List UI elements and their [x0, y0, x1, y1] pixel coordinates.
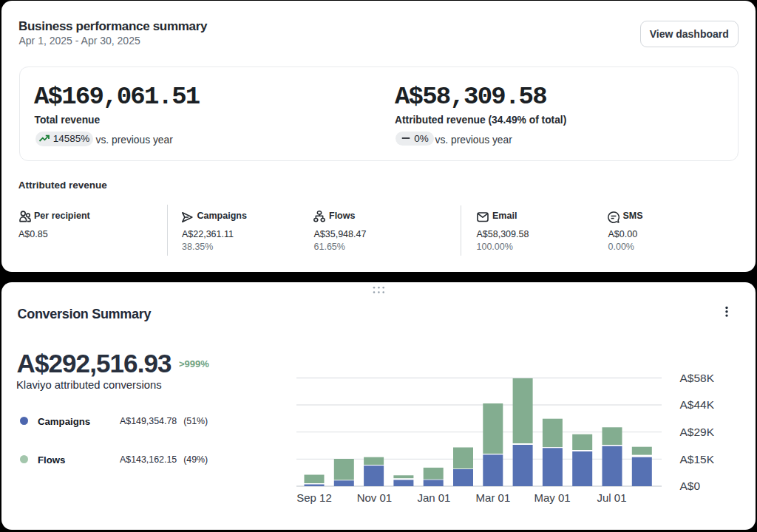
svg-text:Jan 01: Jan 01 [417, 491, 450, 504]
svg-text:A$15K: A$15K [680, 453, 715, 466]
svg-text:A$0: A$0 [680, 480, 701, 492]
svg-text:A$29K: A$29K [680, 426, 715, 438]
svg-text:A$44K: A$44K [680, 398, 715, 411]
svg-text:Nov 01: Nov 01 [357, 491, 393, 504]
svg-text:May 01: May 01 [534, 491, 570, 504]
svg-text:Mar 01: Mar 01 [476, 491, 511, 504]
svg-text:Sep 12: Sep 12 [296, 491, 332, 504]
svg-text:A$58K: A$58K [680, 372, 715, 384]
svg-text:Jul 01: Jul 01 [597, 491, 626, 504]
